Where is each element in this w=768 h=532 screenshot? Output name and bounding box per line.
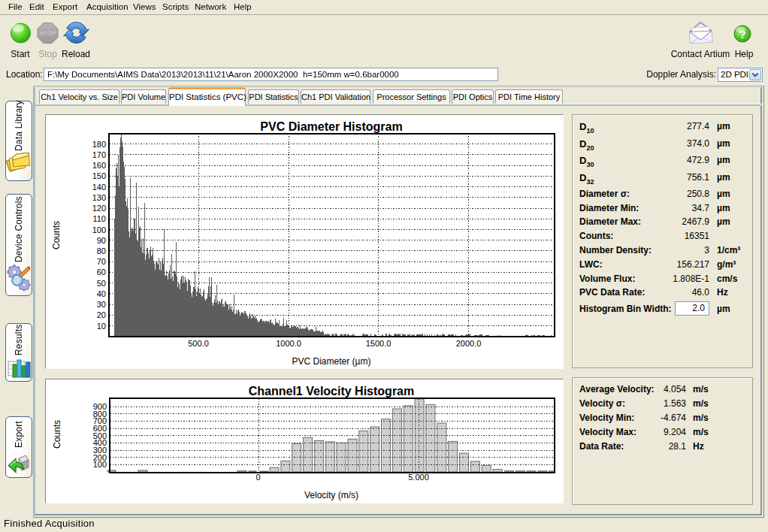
svg-text:60: 60 (97, 268, 106, 277)
svg-text:150: 150 (92, 171, 106, 180)
svg-text:110: 110 (92, 214, 106, 223)
svg-text:PVC Diameter (µm): PVC Diameter (µm) (292, 356, 371, 367)
svg-text:PVC Diameter Histogram: PVC Diameter Histogram (260, 120, 402, 133)
svg-text:2000.0: 2000.0 (456, 339, 482, 348)
svg-text:170: 170 (92, 150, 106, 159)
svg-text:140: 140 (92, 183, 106, 192)
svg-text:Velocity (m/s): Velocity (m/s) (304, 490, 358, 500)
svg-text:20: 20 (97, 310, 106, 319)
svg-text:30: 30 (97, 300, 106, 309)
svg-text:1500.0: 1500.0 (366, 339, 392, 348)
svg-text:40: 40 (97, 289, 106, 298)
svg-text:500.0: 500.0 (188, 339, 209, 348)
svg-text:Channel1 Velocity Histogram: Channel1 Velocity Histogram (249, 385, 415, 397)
svg-text:120: 120 (92, 204, 106, 213)
svg-text:Counts: Counts (52, 420, 62, 449)
svg-text:0: 0 (255, 473, 260, 482)
svg-text:90: 90 (97, 236, 106, 245)
svg-text:50: 50 (97, 279, 106, 288)
svg-text:Counts: Counts (51, 221, 62, 249)
svg-text:10: 10 (97, 322, 106, 331)
svg-text:100: 100 (92, 225, 106, 234)
svg-text:80: 80 (97, 246, 106, 255)
svg-text:130: 130 (92, 193, 106, 202)
svg-text:160: 160 (92, 161, 106, 170)
svg-text:180: 180 (92, 140, 106, 149)
svg-text:5.000: 5.000 (408, 473, 429, 482)
svg-text:1000.0: 1000.0 (276, 339, 301, 348)
svg-text:70: 70 (97, 257, 106, 266)
svg-text:900: 900 (93, 402, 107, 411)
